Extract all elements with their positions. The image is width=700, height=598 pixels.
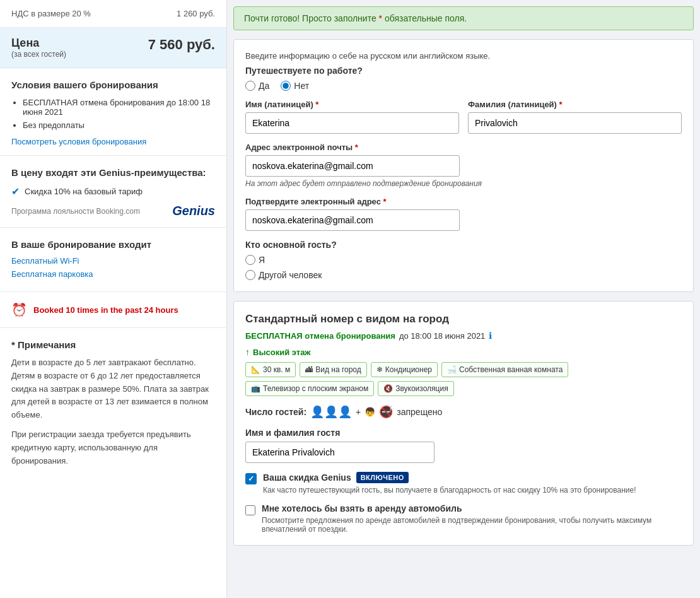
genius-text-col: Ваша скидка Genius ВКЛЮЧЕНО Как часто пу… bbox=[263, 472, 636, 495]
who-me[interactable]: Я bbox=[245, 255, 682, 265]
genius-title: В цену входят эти Genius-преимущества: bbox=[11, 167, 215, 178]
amenity-ac-label: Кондиционер bbox=[385, 365, 432, 374]
who-question: Кто основной гость? bbox=[245, 240, 682, 250]
genius-program-label: Программа лояльности Booking.com bbox=[11, 207, 140, 216]
radio-no-label: Нет bbox=[294, 81, 309, 91]
who-other-input[interactable] bbox=[245, 270, 255, 280]
alert-banner: Почти готово! Просто заполните * обязате… bbox=[233, 6, 694, 30]
genius-checkbox[interactable]: ✓ bbox=[245, 473, 257, 484]
price-label: Цена bbox=[11, 37, 66, 50]
amenity-size-icon: 📐 bbox=[251, 365, 260, 374]
amenities-list: 📐 30 кв. м 🏙 Вид на город ❄ Кондиционер … bbox=[245, 362, 682, 396]
form-intro: Введите информацию о себе на русском или… bbox=[245, 51, 682, 61]
car-checkbox[interactable] bbox=[245, 505, 255, 515]
car-text-col: Мне хотелось бы взять в аренду автомобил… bbox=[262, 503, 682, 534]
guests-plus: + bbox=[356, 407, 361, 417]
floor-label: Высокий этаж bbox=[253, 348, 311, 357]
condition-2: Без предоплаты bbox=[23, 120, 215, 130]
who-options: Я Другой человек bbox=[245, 255, 682, 280]
amenity-bath-label: Собственная ванная комната bbox=[459, 365, 563, 374]
who-other-label: Другой человек bbox=[259, 270, 322, 280]
amenity-view-label: Вид на город bbox=[315, 365, 361, 374]
booked-icon: ⏰ bbox=[11, 302, 27, 317]
travel-radio-group: Да Нет bbox=[245, 81, 682, 91]
car-sub: Посмотрите предложения по аренде автомоб… bbox=[262, 516, 682, 534]
room-card: Стандартный номер с видом на город БЕСПЛ… bbox=[233, 301, 694, 546]
confirm-email-group: Подтвердите электронный адрес * bbox=[245, 197, 682, 231]
cancel-label: БЕСПЛАТНАЯ отмена бронирования bbox=[245, 331, 395, 341]
genius-badge: ВКЛЮЧЕНО bbox=[356, 472, 409, 483]
travel-question: Путешествуете по работе? bbox=[245, 66, 682, 76]
amenity-bath-icon: 🛁 bbox=[447, 365, 457, 374]
personal-info-card: Введите информацию о себе на русском или… bbox=[233, 39, 694, 292]
car-label: Мне хотелось бы взять в аренду автомобил… bbox=[262, 503, 682, 513]
genius-discount: Скидка 10% на базовый тариф bbox=[25, 187, 143, 196]
vat-amount: 1 260 руб. bbox=[177, 9, 215, 18]
radio-no[interactable]: Нет bbox=[281, 81, 309, 91]
radio-yes-label: Да bbox=[259, 81, 269, 91]
last-name-input[interactable] bbox=[468, 112, 682, 134]
radio-yes[interactable]: Да bbox=[245, 81, 269, 91]
genius-check-icon: ✓ bbox=[248, 474, 254, 483]
car-rental-row: Мне хотелось бы взять в аренду автомобил… bbox=[245, 503, 682, 534]
amenity-tv-icon: 📺 bbox=[251, 384, 260, 393]
vat-label: НДС в размере 20 % bbox=[11, 9, 91, 18]
email-label: Адрес электронной почты * bbox=[245, 143, 682, 152]
radio-no-input[interactable] bbox=[281, 81, 291, 91]
email-hint: На этот адрес будет отправлено подтвержд… bbox=[245, 179, 682, 188]
room-title: Стандартный номер с видом на город bbox=[245, 313, 682, 325]
radio-yes-input[interactable] bbox=[245, 81, 255, 91]
last-name-group: Фамилия (латиницей) * bbox=[468, 100, 682, 134]
price-value: 7 560 руб. bbox=[148, 37, 215, 53]
price-sub: (за всех гостей) bbox=[11, 50, 66, 59]
first-name-label: Имя (латиницей) * bbox=[245, 100, 459, 109]
who-me-input[interactable] bbox=[245, 255, 255, 265]
booked-row: ⏰ Booked 10 times in the past 24 hours bbox=[0, 292, 226, 328]
genius-logo: Genius bbox=[172, 204, 215, 218]
amenity-ac-icon: ❄ bbox=[376, 365, 383, 374]
includes-title: В ваше бронирование входит bbox=[11, 239, 215, 250]
guests-child-icon: 👦 bbox=[365, 407, 375, 417]
conditions-link[interactable]: Посмотреть условия бронирования bbox=[11, 137, 146, 146]
no-smoking-icon: 🚭 bbox=[379, 405, 393, 419]
who-other[interactable]: Другой человек bbox=[245, 270, 682, 280]
genius-sub-text: Как часто путешествующий гость, вы получ… bbox=[263, 486, 636, 495]
amenity-size-label: 30 кв. м bbox=[263, 365, 290, 374]
guest-name-section: Имя и фамилия гостя bbox=[245, 428, 682, 463]
amenity-size: 📐 30 кв. м bbox=[245, 362, 296, 377]
guests-row: Число гостей: 👤👤👤 + 👦 🚭 запрещено bbox=[245, 405, 682, 419]
genius-check-icon: ✔ bbox=[11, 185, 20, 197]
booking-conditions-title: Условия вашего бронирования bbox=[11, 79, 215, 90]
cancel-row: БЕСПЛАТНАЯ отмена бронирования до 18:00 … bbox=[245, 331, 682, 341]
email-input[interactable] bbox=[245, 155, 460, 177]
amenity-view: 🏙 Вид на город bbox=[300, 362, 367, 377]
last-name-label: Фамилия (латиницей) * bbox=[468, 100, 682, 109]
amenity-tv: 📺 Телевизор с плоским экраном bbox=[245, 381, 374, 396]
booked-text: Booked 10 times in the past 24 hours bbox=[33, 305, 178, 315]
amenity-view-icon: 🏙 bbox=[305, 365, 313, 374]
amenity-sound-icon: 🔇 bbox=[383, 384, 393, 393]
guest-name-label: Имя и фамилия гостя bbox=[245, 428, 682, 438]
email-group: Адрес электронной почты * На этот адрес … bbox=[245, 143, 682, 188]
amenity-tv-label: Телевизор с плоским экраном bbox=[263, 384, 368, 393]
alert-req: * bbox=[379, 13, 382, 23]
genius-main-row: Ваша скидка Genius ВКЛЮЧЕНО bbox=[263, 472, 636, 483]
first-name-group: Имя (латиницей) * bbox=[245, 100, 459, 134]
amenity-ac: ❄ Кондиционер bbox=[371, 362, 438, 377]
include-parking: Бесплатная парковка bbox=[11, 269, 215, 279]
cancel-info-icon[interactable]: ℹ bbox=[489, 331, 492, 341]
guest-name-input[interactable] bbox=[245, 442, 435, 463]
amenity-bath: 🛁 Собственная ванная комната bbox=[441, 362, 568, 377]
genius-discount-label: Ваша скидка Genius bbox=[263, 472, 351, 483]
alert-text: Почти готово! Просто заполните bbox=[244, 13, 376, 23]
notes-text-2: При регистрации заезда требуется предъяв… bbox=[11, 428, 215, 467]
amenity-sound: 🔇 Звукоизоляция bbox=[378, 381, 453, 396]
first-name-input[interactable] bbox=[245, 112, 459, 134]
amenity-sound-label: Звукоизоляция bbox=[395, 384, 448, 393]
guests-icons: 👤👤👤 bbox=[310, 405, 352, 419]
floor-row: ↑ Высокий этаж bbox=[245, 347, 682, 357]
cancel-date: до 18:00 18 июня 2021 bbox=[399, 331, 485, 341]
floor-arrow-icon: ↑ bbox=[245, 347, 250, 357]
condition-1: БЕСПЛАТНАЯ отмена бронирования до 18:00 … bbox=[23, 98, 215, 117]
confirm-email-input[interactable] bbox=[245, 209, 460, 231]
